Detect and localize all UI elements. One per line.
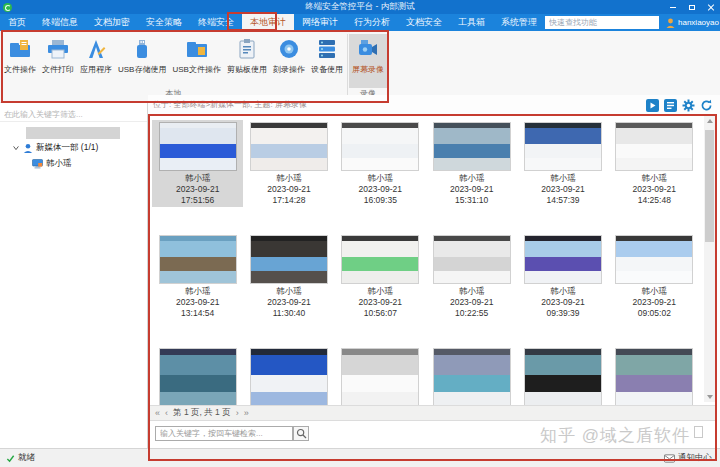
- recording-user: 韩小瑶: [517, 286, 608, 296]
- notification-center[interactable]: 通知中心: [664, 452, 712, 464]
- recording-thumbnail[interactable]: [160, 349, 236, 407]
- recording-time: 15:31:10: [426, 195, 517, 205]
- recording-thumbnail[interactable]: [434, 236, 510, 283]
- menu-tab[interactable]: 行为分析: [346, 14, 398, 31]
- menu-tab[interactable]: 终端安全: [190, 14, 242, 31]
- recording-thumbnail[interactable]: [160, 236, 236, 283]
- ribbon-item[interactable]: 文件打印: [39, 34, 77, 88]
- recording-item[interactable]: [609, 346, 700, 409]
- menu-tab[interactable]: 文档安全: [398, 14, 450, 31]
- recording-user: 韩小瑶: [426, 173, 517, 183]
- recording-thumbnail[interactable]: [342, 236, 418, 283]
- recording-item[interactable]: [426, 346, 517, 409]
- content-header: 位于: 全部终端>新媒体一部, 主题: 屏幕录像: [148, 95, 720, 114]
- recording-item[interactable]: [335, 346, 426, 409]
- content-toolbar: [646, 98, 713, 111]
- menu-tab[interactable]: 首页: [0, 14, 34, 31]
- recording-thumbnail[interactable]: [525, 123, 601, 170]
- recording-thumbnail[interactable]: [251, 349, 327, 407]
- recording-time: 10:56:07: [335, 308, 426, 318]
- search-button[interactable]: [293, 426, 309, 441]
- recording-thumbnail[interactable]: [616, 236, 692, 283]
- refresh-icon[interactable]: [700, 98, 713, 111]
- tree-filter-input[interactable]: [0, 108, 147, 122]
- menu-tab[interactable]: 系统管理: [493, 14, 545, 31]
- recording-thumbnail[interactable]: [434, 123, 510, 170]
- recording-thumbnail[interactable]: [251, 123, 327, 170]
- ribbon-item[interactable]: USB文件操作: [169, 34, 223, 88]
- maximize-icon[interactable]: [682, 0, 701, 14]
- ribbon-item[interactable]: 剪贴板使用: [224, 34, 270, 88]
- menu-tab[interactable]: 本地审计: [242, 14, 294, 31]
- recording-item[interactable]: [152, 346, 243, 409]
- recording-item[interactable]: [243, 346, 334, 409]
- menu-tab[interactable]: 网络审计: [294, 14, 346, 31]
- recording-thumbnail[interactable]: [616, 349, 692, 407]
- recording-item[interactable]: 韩小瑶2023-09-2116:09:35: [335, 120, 426, 207]
- redacted-department-node[interactable]: [26, 127, 120, 139]
- ribbon-group: 文件操作文件打印应用程序USB存储使用USB文件操作剪贴板使用刻录操作设备使用本…: [0, 31, 347, 101]
- ribbon-item[interactable]: 屏幕录像: [349, 34, 387, 88]
- recording-item[interactable]: 韩小瑶2023-09-2114:25:48: [609, 120, 700, 207]
- disc-icon: [277, 36, 301, 62]
- recording-thumbnail[interactable]: [342, 349, 418, 407]
- quick-search-input[interactable]: [545, 16, 659, 29]
- user-icon: [23, 143, 33, 153]
- recording-item[interactable]: 韩小瑶2023-09-2110:56:07: [335, 233, 426, 320]
- scrollbar-thumb[interactable]: [705, 130, 714, 242]
- first-page-button[interactable]: «: [155, 406, 160, 420]
- ribbon-item[interactable]: 设备使用: [308, 34, 346, 88]
- settings-icon[interactable]: [682, 98, 695, 111]
- recording-thumbnail[interactable]: [342, 123, 418, 170]
- watermark: 知乎 @域之盾软件: [540, 424, 690, 447]
- ribbon-item[interactable]: 文件操作: [1, 34, 39, 88]
- recording-item[interactable]: 韩小瑶2023-09-2114:57:39: [517, 120, 608, 207]
- minimize-icon[interactable]: [663, 0, 682, 14]
- recording-thumbnail[interactable]: [616, 123, 692, 170]
- recording-item[interactable]: 韩小瑶2023-09-2117:51:56: [152, 120, 243, 207]
- recording-date: 2023-09-21: [335, 184, 426, 194]
- recording-date: 2023-09-21: [335, 297, 426, 307]
- menu-tab[interactable]: 文档加密: [86, 14, 138, 31]
- recording-item[interactable]: 韩小瑶2023-09-2115:31:10: [426, 120, 517, 207]
- video-play-icon[interactable]: [646, 98, 659, 111]
- recording-item[interactable]: 韩小瑶2023-09-2109:05:02: [609, 233, 700, 320]
- recording-thumbnail[interactable]: [434, 349, 510, 407]
- next-page-button[interactable]: ›: [236, 406, 239, 420]
- keyword-search-input[interactable]: [155, 426, 293, 441]
- recording-item[interactable]: 韩小瑶2023-09-2117:14:28: [243, 120, 334, 207]
- recording-item[interactable]: 韩小瑶2023-09-2110:22:55: [426, 233, 517, 320]
- recording-thumbnail[interactable]: [160, 123, 236, 170]
- usb-folder-icon: [185, 36, 209, 62]
- menu-tab[interactable]: 终端信息: [34, 14, 86, 31]
- recording-thumbnail[interactable]: [525, 236, 601, 283]
- recording-item[interactable]: 韩小瑶2023-09-2113:14:54: [152, 233, 243, 320]
- menu-tab[interactable]: 工具箱: [450, 14, 493, 31]
- recording-user: 韩小瑶: [609, 173, 700, 183]
- scroll-down-icon[interactable]: [704, 392, 715, 402]
- recording-thumbnail[interactable]: [251, 236, 327, 283]
- user-menu[interactable]: hanxiaoyao: [659, 14, 720, 31]
- report-icon[interactable]: [664, 98, 677, 111]
- ribbon-item[interactable]: 刻录操作: [270, 34, 308, 88]
- menu-tab[interactable]: 安全策略: [138, 14, 190, 31]
- prev-page-button[interactable]: ‹: [165, 406, 168, 420]
- recording-item[interactable]: 韩小瑶2023-09-2109:39:39: [517, 233, 608, 320]
- watermark-badge: [694, 426, 703, 438]
- close-icon[interactable]: [701, 0, 720, 14]
- tree-node-department[interactable]: 新媒体一部 (1/1): [0, 141, 147, 155]
- tree-node-label: 新媒体一部 (1/1): [36, 142, 98, 154]
- recording-thumbnail[interactable]: [525, 349, 601, 407]
- ribbon-item[interactable]: 应用程序: [77, 34, 115, 88]
- tree-node-terminal[interactable]: 韩小瑶: [0, 157, 147, 171]
- recording-item[interactable]: 韩小瑶2023-09-2111:30:40: [243, 233, 334, 320]
- recording-user: 韩小瑶: [609, 286, 700, 296]
- vertical-scrollbar[interactable]: [704, 116, 715, 402]
- scroll-up-icon[interactable]: [704, 116, 715, 126]
- recording-item[interactable]: [517, 346, 608, 409]
- ribbon-item-label: 剪贴板使用: [227, 64, 267, 75]
- recording-user: 韩小瑶: [243, 173, 334, 183]
- expander-icon[interactable]: [12, 144, 20, 152]
- last-page-button[interactable]: »: [244, 406, 249, 420]
- ribbon-item[interactable]: USB存储使用: [115, 34, 169, 88]
